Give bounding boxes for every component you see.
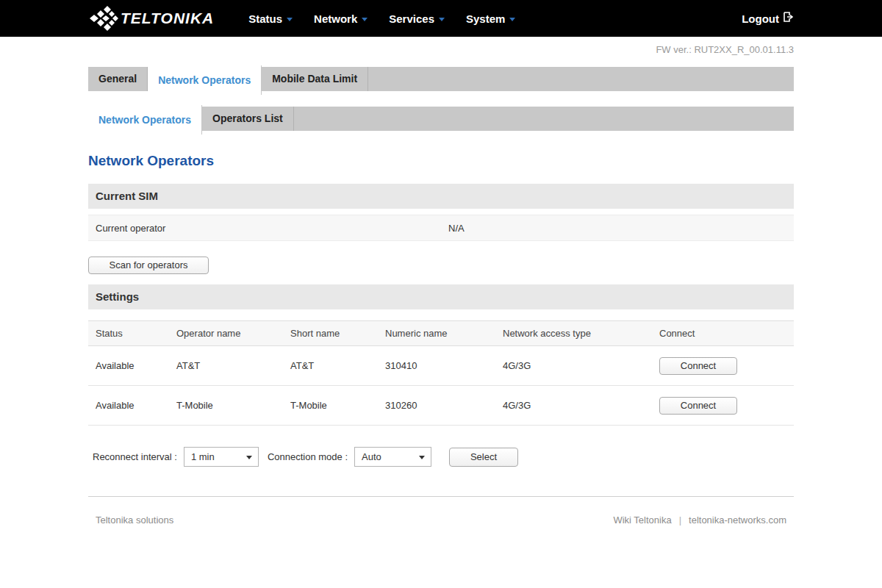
tab-network-operators[interactable]: Network Operators (148, 65, 262, 95)
chevron-down-icon (362, 18, 368, 21)
settings-header: Settings (88, 284, 794, 309)
col-status: Status (96, 328, 176, 339)
col-connect: Connect (659, 328, 794, 339)
cell-status: Available (96, 360, 176, 371)
col-operator-name: Operator name (176, 328, 290, 339)
brand-name: TELTONIKA (121, 10, 214, 27)
menu-item-status[interactable]: Status (248, 12, 293, 25)
menu-item-label: System (466, 12, 505, 25)
menu-item-label: Network (314, 12, 357, 25)
subtab-operators-list[interactable]: Operators List (202, 107, 294, 131)
cell-numeric: 310410 (385, 360, 503, 371)
footer-left-text: Teltonika solutions (96, 514, 173, 526)
exit-arrow-icon (782, 11, 794, 26)
page-title: Network Operators (88, 153, 794, 169)
chevron-down-icon (439, 18, 445, 21)
current-operator-row: Current operator N/A (88, 215, 794, 241)
table-row: Available T-Mobile T-Mobile 310260 4G/3G… (88, 386, 794, 426)
current-sim-header: Current SIM (88, 184, 794, 209)
menu-item-label: Status (248, 12, 282, 25)
cell-operator: T-Mobile (176, 400, 290, 411)
cell-access: 4G/3G (503, 360, 659, 371)
teltonika-diamonds-icon (88, 5, 119, 32)
operators-table: Status Operator name Short name Numeric … (88, 320, 794, 426)
footer-divider (88, 496, 794, 497)
tab-mobile-data-limit[interactable]: Mobile Data Limit (262, 67, 368, 91)
teltonika-networks-link[interactable]: teltonika-networks.com (689, 514, 786, 526)
footer-link-divider: | (679, 514, 681, 526)
connection-mode-value: Auto (362, 451, 381, 462)
menu-item-system[interactable]: System (466, 12, 515, 25)
reconnect-interval-select[interactable]: 1 min (184, 447, 259, 467)
footer: Teltonika solutions Wiki Teltonika | tel… (88, 514, 794, 526)
connection-mode-label: Connection mode : (268, 451, 348, 462)
cell-numeric: 310260 (385, 400, 503, 411)
reconnect-interval-value: 1 min (191, 451, 215, 462)
cell-short: T-Mobile (290, 400, 385, 411)
cell-short: AT&T (290, 360, 385, 371)
operators-table-header: Status Operator name Short name Numeric … (88, 320, 794, 346)
table-row: Available AT&T AT&T 310410 4G/3G Connect (88, 346, 794, 386)
firmware-version: FW ver.: RUT2XX_R_00.01.11.3 (88, 44, 794, 56)
cell-status: Available (96, 400, 176, 411)
connect-button[interactable]: Connect (659, 397, 737, 415)
main-menu: Status Network Services System (248, 12, 537, 25)
cell-access: 4G/3G (503, 400, 659, 411)
chevron-down-icon (509, 18, 515, 21)
connection-mode-select[interactable]: Auto (354, 447, 431, 467)
top-navbar: TELTONIKA Status Network Services System… (0, 0, 882, 37)
select-button[interactable]: Select (449, 448, 518, 467)
current-operator-label: Current operator (88, 223, 448, 234)
tab-general[interactable]: General (88, 67, 148, 91)
chevron-down-icon (287, 18, 293, 21)
menu-item-label: Services (389, 12, 434, 25)
caret-down-icon (246, 456, 252, 459)
connection-controls: Reconnect interval : 1 min Connection mo… (88, 447, 794, 467)
primary-tabstrip: General Network Operators Mobile Data Li… (88, 67, 794, 91)
col-network-access-type: Network access type (503, 328, 659, 339)
col-short-name: Short name (290, 328, 385, 339)
cell-operator: AT&T (176, 360, 290, 371)
reconnect-interval-label: Reconnect interval : (93, 451, 177, 462)
menu-item-services[interactable]: Services (389, 12, 445, 25)
caret-down-icon (419, 456, 425, 459)
menu-item-network[interactable]: Network (314, 12, 368, 25)
logout-label: Logout (742, 12, 779, 25)
wiki-teltonika-link[interactable]: Wiki Teltonika (613, 514, 671, 526)
connect-button[interactable]: Connect (659, 357, 737, 375)
subtab-network-operators[interactable]: Network Operators (88, 105, 202, 135)
col-numeric-name: Numeric name (385, 328, 503, 339)
scan-for-operators-button[interactable]: Scan for operators (88, 257, 209, 274)
current-operator-value: N/A (448, 223, 465, 234)
secondary-tabstrip: Network Operators Operators List (88, 107, 794, 131)
brand-logo[interactable]: TELTONIKA (88, 5, 214, 32)
logout-button[interactable]: Logout (742, 11, 794, 26)
